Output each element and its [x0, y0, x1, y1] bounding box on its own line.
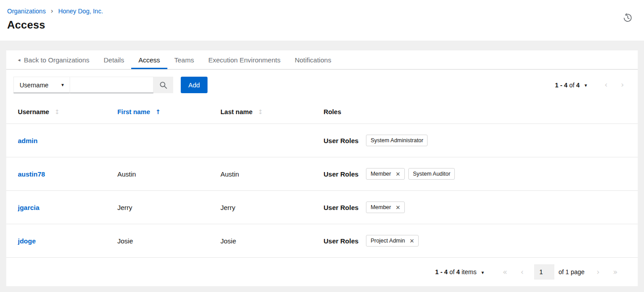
tab-access[interactable]: Access — [131, 50, 167, 69]
username-cell: jdoge — [18, 237, 117, 245]
role-chip: System Auditor — [408, 168, 455, 180]
user-roles-label: User Roles — [324, 170, 358, 178]
next-page-button[interactable]: › — [614, 79, 631, 90]
chevron-down-icon: ▾ — [61, 82, 64, 88]
roles-cell: User Roles System Administrator — [324, 135, 638, 146]
tab-notifications[interactable]: Notifications — [287, 50, 338, 69]
breadcrumb-current-link[interactable]: Honey Dog, Inc. — [58, 8, 103, 15]
first-page-button[interactable]: « — [496, 267, 514, 278]
filter-key-label: Username — [20, 82, 49, 89]
breadcrumb: Organizations › Honey Dog, Inc. — [7, 8, 637, 15]
remove-role-icon[interactable]: ✕ — [395, 205, 400, 210]
tab-execution-environments[interactable]: Execution Environments — [201, 50, 288, 69]
column-header-first-name[interactable]: First name ↑ — [117, 108, 220, 115]
sort-icon: ↕ — [258, 108, 263, 115]
add-button[interactable]: Add — [181, 77, 208, 93]
search-icon — [159, 81, 167, 89]
first-name-cell: Austin — [117, 170, 220, 178]
roles-cell: User Roles Project Admin ✕ — [324, 235, 638, 247]
table-header-row: Username ↕ First name ↑ Last name ↕ Role… — [6, 100, 638, 124]
user-roles-label: User Roles — [324, 237, 358, 245]
chevron-down-icon: ▾ — [482, 270, 484, 276]
per-page-dropdown[interactable]: ▾ — [481, 268, 485, 276]
sort-icon: ↕ — [54, 108, 60, 115]
username-cell: admin — [18, 137, 117, 144]
chevron-down-icon: ▾ — [585, 82, 587, 88]
sort-ascending-icon: ↑ — [155, 108, 161, 115]
breadcrumb-separator-icon: › — [50, 8, 53, 15]
tab-bar: ◂ Back to Organizations Details Access T… — [6, 50, 638, 70]
user-roles-label: User Roles — [324, 137, 358, 144]
role-chip: Member ✕ — [366, 202, 405, 213]
remove-role-icon[interactable]: ✕ — [395, 171, 400, 177]
tab-details[interactable]: Details — [96, 50, 131, 69]
last-name-cell: Josie — [220, 237, 324, 245]
bottom-pagination-summary: 1 - 4 of 4 items — [435, 268, 477, 276]
search-button[interactable] — [154, 77, 173, 93]
breadcrumb-organizations-link[interactable]: Organizations — [7, 8, 46, 15]
username-link[interactable]: jdoge — [18, 237, 36, 245]
table-row: austin78 Austin Austin User Roles Member… — [6, 157, 638, 191]
table-row: jdoge Josie Josie User Roles Project Adm… — [6, 224, 638, 258]
toolbar: Username ▾ Add 1 - 4 of 4 ▾ ‹ › — [6, 70, 638, 100]
per-page-dropdown[interactable]: ▾ — [584, 81, 588, 89]
filter-key-dropdown[interactable]: Username ▾ — [13, 77, 70, 93]
role-chip: Member ✕ — [366, 168, 405, 180]
first-name-cell: Jerry — [117, 204, 220, 211]
remove-role-icon[interactable]: ✕ — [410, 238, 415, 244]
tab-teams[interactable]: Teams — [167, 50, 201, 69]
previous-page-button[interactable]: ‹ — [514, 267, 531, 278]
roles-cell: User Roles Member ✕ — [324, 202, 638, 213]
role-chip: Project Admin ✕ — [366, 235, 419, 247]
column-header-username[interactable]: Username ↕ — [18, 108, 117, 115]
username-cell: austin78 — [18, 170, 117, 178]
table-row: admin User Roles System Administrator — [6, 124, 638, 157]
next-page-button[interactable]: › — [590, 267, 607, 278]
page-title: Access — [7, 19, 637, 31]
last-page-button[interactable]: » — [607, 267, 624, 278]
previous-page-button[interactable]: ‹ — [598, 79, 614, 90]
roles-cell: User Roles Member ✕ System Auditor — [324, 168, 638, 180]
last-name-cell: Jerry — [220, 204, 324, 211]
history-icon[interactable] — [623, 13, 632, 23]
page-header: Organizations › Honey Dog, Inc. Access — [0, 0, 644, 41]
username-cell: jgarcia — [18, 204, 117, 211]
bottom-pagination: 1 - 4 of 4 items ▾ « ‹ of 1 page › » — [6, 258, 638, 286]
top-pagination: 1 - 4 of 4 ▾ ‹ › — [555, 79, 631, 90]
last-name-cell: Austin — [220, 170, 324, 178]
back-arrow-icon: ◂ — [18, 57, 21, 63]
username-link[interactable]: jgarcia — [18, 204, 39, 211]
table-row: jgarcia Jerry Jerry User Roles Member ✕ — [6, 191, 638, 224]
role-chip: System Administrator — [366, 135, 428, 146]
first-name-cell: Josie — [117, 237, 220, 245]
access-panel: ◂ Back to Organizations Details Access T… — [6, 50, 638, 286]
username-link[interactable]: austin78 — [18, 170, 45, 178]
top-pagination-summary: 1 - 4 of 4 — [555, 82, 580, 89]
search-input[interactable] — [70, 77, 154, 93]
username-link[interactable]: admin — [18, 137, 37, 144]
current-page-input[interactable] — [534, 264, 554, 280]
tab-back-to-organizations[interactable]: ◂ Back to Organizations — [11, 50, 96, 69]
user-roles-label: User Roles — [324, 204, 358, 211]
column-header-last-name[interactable]: Last name ↕ — [220, 108, 324, 115]
page-count-label: of 1 page — [558, 268, 584, 276]
column-header-roles: Roles — [324, 108, 638, 115]
